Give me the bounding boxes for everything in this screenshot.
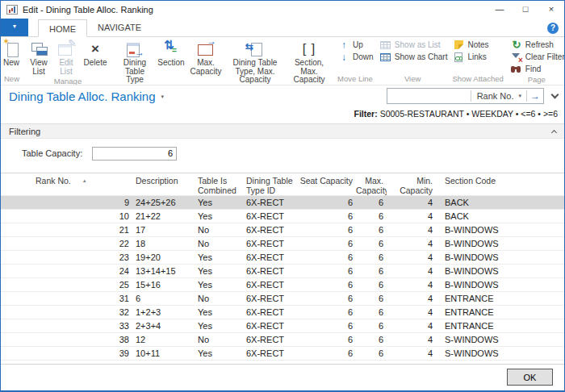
delete-button[interactable]: × Delete [79, 39, 111, 69]
ribbon-group-move-line: ↑ Up ↓ Down Move Line [336, 38, 375, 85]
tab-home[interactable]: HOME [38, 19, 87, 37]
table-row[interactable]: 924+25+26Yes6X-RECT664BACK [1, 196, 564, 210]
chart-grid-icon [380, 53, 391, 61]
cell-seat: 6 [298, 347, 356, 360]
move-up-button[interactable]: ↑ Up [338, 39, 363, 51]
cell-section: BACK [438, 196, 564, 209]
group-label-manage: Manage [24, 77, 111, 85]
cell-type_id: 6X-RECT [245, 223, 298, 236]
cell-type_id: 6X-RECT [245, 237, 298, 250]
tab-navigate[interactable]: NAVIGATE [87, 19, 152, 36]
filtering-section-header[interactable]: Filtering [1, 123, 564, 139]
search-input[interactable] [387, 90, 471, 102]
show-as-chart-button[interactable]: Show as Chart [380, 51, 448, 63]
new-button[interactable]: New [2, 39, 20, 69]
clear-filter-button[interactable]: Clear Filter [511, 51, 564, 63]
cell-max: 6 [356, 319, 387, 332]
ok-button[interactable]: OK [507, 369, 553, 386]
cell-type_id: 6X-RECT [245, 292, 298, 305]
cell-description: 17 [132, 223, 196, 236]
view-list-icon [30, 41, 48, 57]
icon-arrow-part: → [135, 48, 144, 57]
table-row[interactable]: 321+2+3Yes6X-RECT664ENTRANCE [1, 306, 564, 319]
links-icon [454, 52, 462, 62]
cell-min: 4 [387, 347, 438, 360]
notes-button[interactable]: Notes [453, 39, 488, 51]
sort-max-capacity-button[interactable]: Max. Capacity [187, 39, 224, 77]
column-header-max-capacity[interactable]: Max. Capacity [356, 177, 387, 195]
close-button[interactable]: × [538, 1, 564, 19]
collapse-page-chevron-icon[interactable] [551, 91, 559, 99]
sort-section-button[interactable]: Section [155, 39, 187, 69]
page-title-caret-icon[interactable]: ▾ [161, 94, 165, 100]
show-as-list-label: Show as List [395, 40, 441, 49]
table-capacity-field[interactable] [92, 147, 177, 161]
table-row[interactable]: 3910+11Yes6X-RECT664S-WINDOWS [1, 347, 564, 361]
table-row[interactable]: 2413+14+15Yes6X-RECT664B-WINDOWS [1, 265, 564, 278]
filtering-section-title: Filtering [9, 127, 40, 136]
table-row[interactable]: 1021+22Yes6X-RECT664BACK [1, 210, 564, 223]
cell-rank: 25 [1, 278, 132, 291]
edit-list-button[interactable]: Edit List [53, 39, 79, 77]
column-header-min-capacity[interactable]: Min. Capacity [387, 177, 438, 195]
find-button[interactable]: Find [511, 63, 541, 75]
column-header-seat-capacity[interactable]: Seat Capacity [298, 177, 356, 195]
column-header-section-code[interactable]: Section Code [438, 177, 564, 195]
table-row[interactable]: 332+3+4Yes6X-RECT664ENTRANCE [1, 319, 564, 333]
search-go-arrow-icon[interactable]: → [527, 90, 543, 102]
table-row[interactable]: 2319+20Yes6X-RECT664B-WINDOWS [1, 251, 564, 265]
cell-combined: Yes [196, 278, 245, 291]
view-list-label: View List [25, 59, 52, 76]
cell-section: B-WINDOWS [438, 278, 564, 291]
collapse-filtering-chevron-icon[interactable] [551, 130, 557, 136]
filtering-section-body: Table Capacity: [1, 139, 564, 168]
column-header-rank-no[interactable]: Rank No.▲ [1, 177, 132, 195]
window-title: Edit - Dining Table Alloc. Ranking [23, 5, 153, 15]
cell-section: BACK [438, 210, 564, 223]
sort-dtt-max-capacity-button[interactable]: Dining Table Type, Max. Capacity [224, 39, 286, 85]
group-label-show-attached: Show Attached [450, 74, 504, 85]
help-icon[interactable]: ? [547, 23, 559, 34]
app-menu-button[interactable]: ▾ [1, 19, 28, 36]
links-button[interactable]: Links [453, 51, 486, 63]
search-column-caret-icon[interactable]: ▾ [518, 93, 526, 99]
cell-section: B-WINDOWS [438, 223, 564, 236]
sort-dining-table-type-button[interactable]: → Dining Table Type [115, 39, 155, 85]
page-title[interactable]: Dining Table Alloc. Ranking [9, 90, 156, 103]
refresh-icon: ↻ [511, 40, 522, 50]
ribbon-tab-row: ▾ HOME NAVIGATE ? [1, 19, 564, 37]
search-column-selector[interactable]: Rank No. [471, 91, 519, 101]
ribbon-group-view: Show as List Show as Chart View [378, 38, 448, 85]
cell-seat: 6 [298, 210, 356, 223]
cell-type_id: 6X-RECT [245, 347, 298, 360]
cell-section: ENTRANCE [438, 292, 564, 305]
cell-min: 4 [387, 210, 438, 223]
table-row[interactable]: 316No6X-RECT664ENTRANCE [1, 292, 564, 306]
cell-min: 4 [387, 265, 438, 277]
show-as-list-button[interactable]: Show as List [380, 39, 441, 51]
group-label-new: New [2, 74, 21, 85]
move-down-button[interactable]: ↓ Down [338, 51, 374, 63]
maximize-button[interactable]: □ [513, 1, 538, 19]
column-header-description[interactable]: Description [132, 177, 196, 195]
refresh-button[interactable]: ↻ Refresh [511, 39, 554, 51]
table-row[interactable]: 2117No6X-RECT664B-WINDOWS [1, 223, 564, 237]
table-row[interactable]: 2515+16Yes6X-RECT664B-WINDOWS [1, 278, 564, 292]
cell-min: 4 [387, 237, 438, 250]
cell-rank: 31 [1, 292, 132, 305]
column-header-dining-table-type-id[interactable]: Dining Table Type ID [245, 177, 298, 195]
table-body: 924+25+26Yes6X-RECT664BACK1021+22Yes6X-R… [1, 196, 564, 364]
sort-section-max-capacity-button[interactable]: [ ] Section, Max. Capacity [286, 39, 333, 85]
move-down-label: Down [353, 52, 374, 61]
table-row[interactable]: 3812No6X-RECT664S-WINDOWS [1, 333, 564, 347]
minimize-button[interactable]: — [487, 1, 513, 19]
new-document-icon [3, 40, 19, 58]
search-box: Rank No. ▾ → [387, 88, 544, 104]
sort-dining-table-type-label: Dining Table Type [115, 59, 154, 85]
cell-seat: 6 [298, 333, 356, 346]
cell-max: 6 [356, 237, 387, 250]
group-label-view: View [378, 74, 448, 85]
view-list-button[interactable]: View List [24, 39, 53, 77]
table-row[interactable]: 2218No6X-RECT664B-WINDOWS [1, 237, 564, 251]
column-header-table-is-combined[interactable]: Table Is Combined [196, 177, 245, 195]
